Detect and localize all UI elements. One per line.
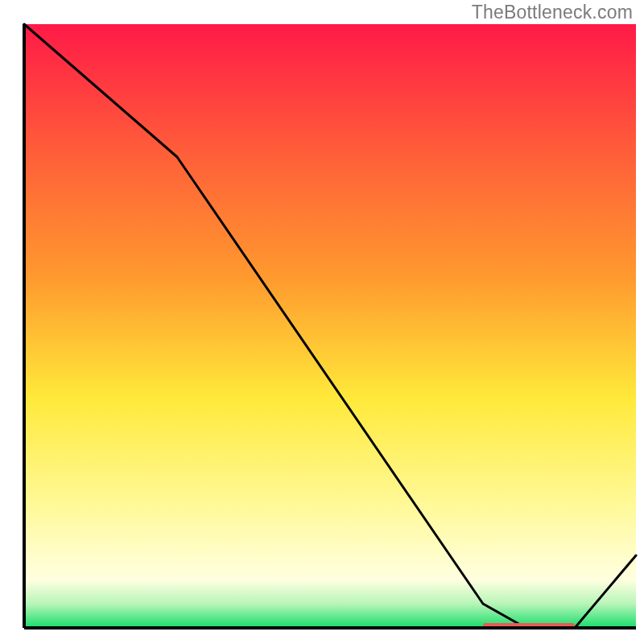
plot-background bbox=[24, 24, 636, 628]
chart-container: TheBottleneck.com bbox=[0, 0, 644, 644]
bottleneck-chart bbox=[0, 0, 644, 644]
watermark-label: TheBottleneck.com bbox=[472, 2, 633, 23]
